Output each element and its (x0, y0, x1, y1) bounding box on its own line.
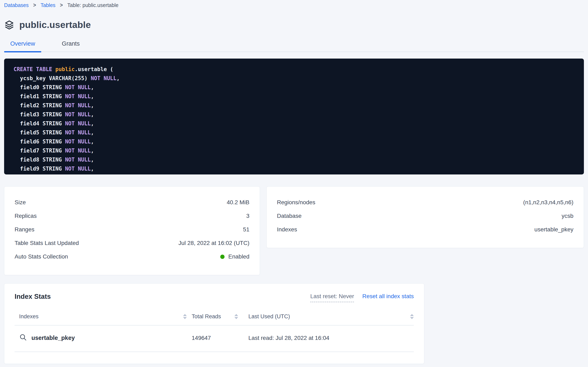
stat-label: Table Stats Last Updated (15, 240, 79, 246)
last-used-value: Last read: Jul 28, 2022 at 16:04 (248, 335, 329, 341)
index-stats-actions: Last reset: Never Reset all index stats (310, 293, 414, 302)
index-stats-table: Indexes Total Reads Last Used (UTC) (15, 313, 414, 352)
tab-bar: Overview Grants (4, 40, 584, 52)
status-badge: Enabled (220, 253, 249, 260)
stat-label: Auto Stats Collection (15, 253, 68, 260)
reset-index-stats-link[interactable]: Reset all index stats (362, 293, 414, 300)
index-stats-row: usertable_pkey 149647 Last read: Jul 28,… (15, 325, 414, 352)
stat-row-stats-updated: Table Stats Last Updated Jul 28, 2022 at… (15, 236, 249, 250)
stat-row-ranges: Ranges 51 (15, 223, 249, 236)
column-header-label: Total Reads (192, 313, 221, 320)
stat-row-indexes: Indexes usertable_pkey (277, 223, 573, 236)
stack-icon (4, 20, 14, 30)
stat-value: (n1,n2,n3,n4,n5,n6) (523, 199, 573, 206)
stat-label: Indexes (277, 226, 297, 233)
stat-value: usertable_pkey (534, 226, 573, 233)
breadcrumb-current: Table: public.usertable (67, 1, 118, 9)
stat-label: Regions/nodes (277, 199, 315, 206)
tab-overview[interactable]: Overview (4, 40, 41, 51)
stat-row-regions: Regions/nodes (n1,n2,n3,n4,n5,n6) (277, 196, 573, 209)
status-dot-icon (220, 255, 224, 259)
column-header-total-reads[interactable]: Total Reads (187, 313, 238, 320)
stat-row-database: Database ycsb (277, 209, 573, 223)
index-stats-header: Index Stats Last reset: Never Reset all … (15, 293, 414, 302)
stat-value: 51 (243, 226, 249, 233)
page-title: public.usertable (19, 19, 91, 30)
stat-value: 40.2 MiB (227, 199, 250, 206)
column-header-indexes[interactable]: Indexes (15, 313, 187, 320)
table-location-card: Regions/nodes (n1,n2,n3,n4,n5,n6) Databa… (266, 186, 584, 248)
stat-value: ycsb (562, 213, 573, 219)
status-text: Enabled (228, 253, 249, 260)
stat-label: Replicas (15, 213, 37, 219)
breadcrumb-link-tables[interactable]: Tables (41, 1, 56, 9)
total-reads-value: 149647 (192, 335, 211, 341)
chevron-right-icon: > (60, 1, 63, 10)
sort-icon[interactable] (183, 314, 187, 319)
sort-icon[interactable] (234, 314, 238, 319)
column-header-last-used[interactable]: Last Used (UTC) (238, 313, 414, 320)
column-header-label: Last Used (UTC) (248, 313, 290, 320)
breadcrumb: Databases > Tables > Table: public.usert… (4, 1, 584, 9)
table-detail-page: Databases > Tables > Table: public.usert… (0, 0, 588, 364)
page-header: public.usertable (4, 18, 584, 32)
table-stats-card: Size 40.2 MiB Replicas 3 Ranges 51 Table… (4, 186, 260, 275)
search-icon (19, 333, 27, 342)
breadcrumb-link-databases[interactable]: Databases (4, 1, 29, 9)
stat-label: Ranges (15, 226, 34, 233)
last-used-cell: Last read: Jul 28, 2022 at 16:04 (238, 335, 414, 341)
total-reads-cell: 149647 (187, 335, 238, 341)
stat-label: Size (15, 199, 26, 206)
detail-cards: Size 40.2 MiB Replicas 3 Ranges 51 Table… (4, 186, 584, 275)
index-stats-title: Index Stats (15, 293, 51, 300)
stat-row-auto-stats: Auto Stats Collection Enabled (15, 250, 249, 263)
index-stats-table-header: Indexes Total Reads Last Used (UTC) (15, 313, 414, 325)
column-header-label: Indexes (19, 313, 39, 320)
stat-value: 3 (246, 213, 249, 219)
tab-grants[interactable]: Grants (56, 40, 86, 51)
index-name-link[interactable]: usertable_pkey (32, 334, 75, 341)
last-reset-label: Last reset: Never (310, 293, 354, 302)
stat-label: Database (277, 213, 302, 219)
stat-value: Jul 28, 2022 at 16:02 (UTC) (178, 240, 249, 246)
index-name-cell: usertable_pkey (15, 333, 187, 342)
sort-icon[interactable] (410, 314, 414, 319)
create-table-sql: CREATE TABLE public.usertable ( ycsb_key… (4, 58, 584, 175)
index-stats-card: Index Stats Last reset: Never Reset all … (4, 283, 424, 364)
stat-row-replicas: Replicas 3 (15, 209, 249, 223)
chevron-right-icon: > (33, 1, 36, 10)
stat-row-size: Size 40.2 MiB (15, 196, 249, 209)
